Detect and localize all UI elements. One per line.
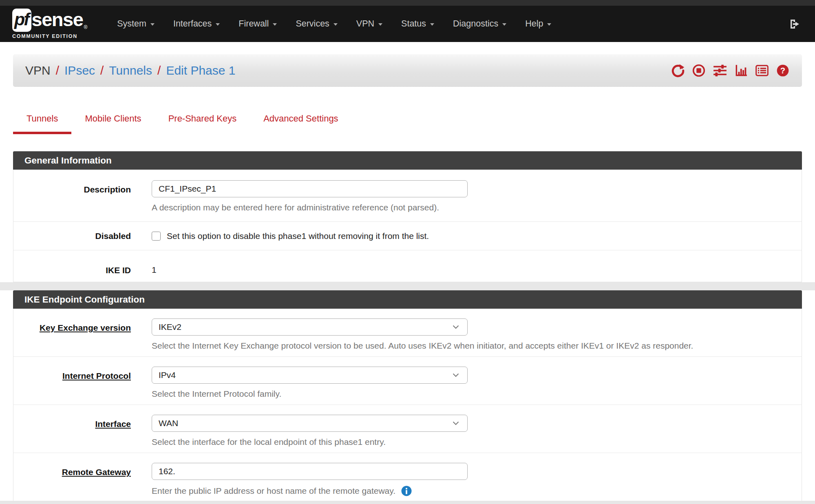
interface-label[interactable]: Interface <box>13 415 131 447</box>
interface-selected-value: WAN <box>159 418 178 428</box>
registered-mark: ® <box>84 24 87 30</box>
disabled-control: Set this option to disable this phase1 w… <box>152 231 802 241</box>
disabled-check-row: Set this option to disable this phase1 w… <box>152 231 802 241</box>
key-exchange-label[interactable]: Key Exchange version <box>13 318 131 351</box>
stop-circle-icon[interactable] <box>692 64 706 77</box>
nav-item-label: System <box>117 19 146 29</box>
nav-item-help[interactable]: Help <box>516 6 561 42</box>
nav-item-diagnostics[interactable]: Diagnostics <box>444 6 516 42</box>
nav-menu: System Interfaces Firewall Services VPN … <box>108 6 788 42</box>
chevron-down-icon <box>453 421 459 425</box>
chevron-down-icon <box>334 23 338 26</box>
internet-protocol-help: Select the Internet Protocol family. <box>152 389 802 399</box>
breadcrumb-separator: / <box>100 64 104 77</box>
disabled-label: Disabled <box>13 231 131 241</box>
interface-help: Select the interface for the local endpo… <box>152 437 802 447</box>
internet-protocol-select[interactable]: IPv4 <box>152 367 468 384</box>
form-row-interface: Interface WAN Select the interface for t… <box>13 405 802 453</box>
chevron-down-icon <box>273 23 277 26</box>
nav-item-services[interactable]: Services <box>286 6 347 42</box>
nav-item-interfaces[interactable]: Interfaces <box>164 6 229 42</box>
pfsense-logo-row: pf sense ® <box>12 9 87 32</box>
panel-title: General Information <box>13 151 802 170</box>
breadcrumb-root: VPN <box>25 64 51 77</box>
community-edition-label: COMMUNITY EDITION <box>12 33 87 39</box>
nav-item-label: Status <box>401 19 426 29</box>
description-label: Description <box>13 180 131 212</box>
ike-id-value: 1 <box>152 261 802 275</box>
form-row-disabled: Disabled Set this option to disable this… <box>13 221 802 250</box>
nav-item-label: Diagnostics <box>453 19 498 29</box>
form-row-remote-gateway: Remote Gateway Enter the public IP addre… <box>13 453 802 504</box>
remote-gateway-label[interactable]: Remote Gateway <box>13 463 131 497</box>
chevron-down-icon <box>453 373 459 377</box>
nav-item-status[interactable]: Status <box>392 6 444 42</box>
list-icon[interactable] <box>755 64 769 77</box>
chevron-down-icon <box>378 23 382 26</box>
tab-advanced-settings[interactable]: Advanced Settings <box>250 110 351 134</box>
interface-control: WAN Select the interface for the local e… <box>152 415 802 447</box>
panel-ike-endpoint: IKE Endpoint Configuration Key Exchange … <box>13 290 802 504</box>
breadcrumb-link-ipsec[interactable]: IPsec <box>64 64 95 77</box>
nav-item-label: Help <box>525 19 543 29</box>
breadcrumb-separator: / <box>157 64 161 77</box>
chevron-down-icon <box>150 23 155 26</box>
remote-gateway-input[interactable] <box>152 463 468 480</box>
ike-id-label: IKE ID <box>13 261 131 275</box>
description-help: A description may be entered here for ad… <box>152 203 802 212</box>
browser-top-strip <box>0 0 815 6</box>
breadcrumb-link-tunnels[interactable]: Tunnels <box>109 64 152 77</box>
next-section-edge <box>0 501 815 504</box>
nav-item-vpn[interactable]: VPN <box>347 6 392 42</box>
page-content: VPN / IPsec / Tunnels / Edit Phase 1 <box>13 54 802 504</box>
pf-logo-box: pf <box>12 9 31 32</box>
internet-protocol-control: IPv4 Select the Internet Protocol family… <box>152 367 802 399</box>
form-row-internet-protocol: Internet Protocol IPv4 Select the Intern… <box>13 356 802 405</box>
sliders-icon[interactable] <box>713 64 727 77</box>
nav-item-label: Interfaces <box>173 19 212 29</box>
key-exchange-select[interactable]: IKEv2 <box>152 318 468 336</box>
breadcrumb-link-edit-phase1[interactable]: Edit Phase 1 <box>166 64 235 77</box>
ike-id-control: 1 <box>152 261 802 275</box>
disabled-checkbox-label: Set this option to disable this phase1 w… <box>167 231 429 241</box>
tab-tunnels[interactable]: Tunnels <box>13 110 71 134</box>
info-circle-icon[interactable] <box>401 485 412 497</box>
panel-gap <box>0 282 815 290</box>
breadcrumb: VPN / IPsec / Tunnels / Edit Phase 1 <box>25 64 236 77</box>
form-row-description: Description A description may be entered… <box>13 170 802 221</box>
nav-item-label: Firewall <box>239 19 269 29</box>
form-row-key-exchange: Key Exchange version IKEv2 Select the In… <box>13 309 802 356</box>
nav-item-system[interactable]: System <box>108 6 164 42</box>
description-input[interactable] <box>152 180 468 197</box>
chevron-down-icon <box>453 325 459 329</box>
remote-gateway-help: Enter the public IP address or host name… <box>152 485 802 497</box>
main-navbar: pf sense ® COMMUNITY EDITION System Inte… <box>0 6 815 42</box>
svg-text:?: ? <box>780 66 785 75</box>
bar-chart-icon[interactable] <box>734 64 748 77</box>
breadcrumb-separator: / <box>56 64 59 77</box>
tab-pre-shared-keys[interactable]: Pre-Shared Keys <box>155 110 250 134</box>
nav-item-firewall[interactable]: Firewall <box>229 6 286 42</box>
chevron-down-icon <box>547 23 551 26</box>
chevron-down-icon <box>216 23 220 26</box>
refresh-icon[interactable] <box>671 64 685 77</box>
breadcrumb-bar: VPN / IPsec / Tunnels / Edit Phase 1 <box>13 54 802 87</box>
remote-gateway-help-text: Enter the public IP address or host name… <box>152 486 395 496</box>
panel-title: IKE Endpoint Configuration <box>13 290 802 309</box>
help-circle-icon[interactable]: ? <box>776 64 790 77</box>
breadcrumb-actions: ? <box>671 64 790 77</box>
chevron-down-icon <box>430 23 434 26</box>
disabled-checkbox[interactable] <box>152 232 161 241</box>
panel-body: Description A description may be entered… <box>13 170 802 282</box>
panel-body: Key Exchange version IKEv2 Select the In… <box>13 309 802 504</box>
tab-mobile-clients[interactable]: Mobile Clients <box>71 110 155 134</box>
interface-select[interactable]: WAN <box>152 415 468 432</box>
description-control: A description may be entered here for ad… <box>152 180 802 212</box>
pfsense-logo[interactable]: pf sense ® COMMUNITY EDITION <box>12 9 87 39</box>
panel-general-information: General Information Description A descri… <box>13 151 802 282</box>
key-exchange-help: Select the Internet Key Exchange protoco… <box>152 341 802 351</box>
sign-out-icon[interactable] <box>788 18 803 31</box>
key-exchange-selected-value: IKEv2 <box>159 322 181 332</box>
internet-protocol-label[interactable]: Internet Protocol <box>13 367 131 399</box>
nav-item-label: VPN <box>356 19 374 29</box>
